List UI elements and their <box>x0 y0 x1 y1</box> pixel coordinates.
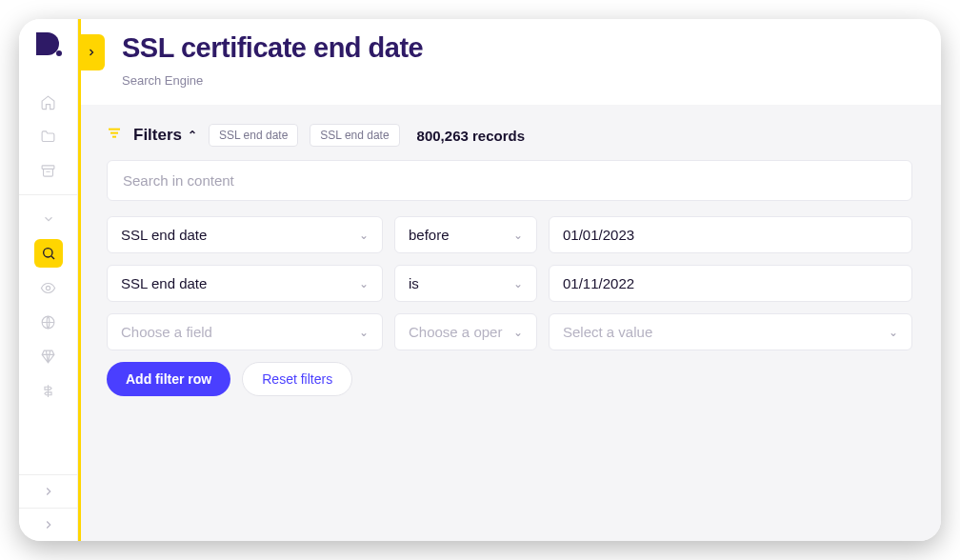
chevron-up-icon: ⌃ <box>188 129 197 142</box>
filter-row: SSL end date ⌄ is ⌄ 01/11/2022 <box>107 265 912 302</box>
filters-header: Filters ⌃ SSL end date SSL end date 800,… <box>107 124 912 147</box>
filter-row: Choose a field ⌄ Choose a oper ⌄ Select … <box>107 313 912 350</box>
signpost-icon[interactable] <box>34 376 63 405</box>
chevron-down-icon: ⌄ <box>513 277 523 290</box>
search-input[interactable]: Search in content <box>107 160 912 201</box>
operator-select[interactable]: Choose a oper ⌄ <box>394 313 537 350</box>
breadcrumb: Search Engine <box>122 73 423 88</box>
page-header: SSL certificate end date Search Engine <box>78 19 941 105</box>
filters-panel: Filters ⌃ SSL end date SSL end date 800,… <box>78 105 941 541</box>
svg-rect-1 <box>42 165 54 169</box>
chevron-down-icon: ⌄ <box>889 326 898 339</box>
svg-point-0 <box>56 50 62 56</box>
filters-toggle[interactable]: Filters ⌃ <box>133 126 197 145</box>
operator-select[interactable]: is ⌄ <box>394 265 537 302</box>
chevron-down-icon: ⌄ <box>359 277 369 290</box>
accent-strip <box>78 19 81 541</box>
globe-icon[interactable] <box>34 308 63 336</box>
chevron-down-icon: ⌄ <box>513 229 523 242</box>
collapse-section-1[interactable] <box>19 474 78 508</box>
value-input[interactable]: Select a value ⌄ <box>549 313 912 350</box>
filters-label: Filters <box>133 126 182 145</box>
svg-rect-6 <box>109 129 120 130</box>
app-logo[interactable] <box>32 29 65 61</box>
chevron-down-icon[interactable] <box>34 205 63 233</box>
svg-point-4 <box>46 286 50 290</box>
toggle-sidebar-button[interactable] <box>78 34 105 70</box>
search-icon[interactable] <box>34 239 63 268</box>
operator-select[interactable]: before ⌄ <box>394 216 537 253</box>
divider <box>19 194 78 195</box>
diamond-icon[interactable] <box>34 342 63 370</box>
field-select[interactable]: SSL end date ⌄ <box>107 265 383 302</box>
chevron-down-icon: ⌄ <box>359 229 369 242</box>
reset-filters-button[interactable]: Reset filters <box>242 362 352 396</box>
add-filter-button[interactable]: Add filter row <box>107 362 230 396</box>
svg-rect-7 <box>110 132 118 134</box>
filter-row: SSL end date ⌄ before ⌄ 01/01/2023 <box>107 216 912 253</box>
field-select[interactable]: SSL end date ⌄ <box>107 216 383 253</box>
value-input[interactable]: 01/01/2023 <box>549 216 912 253</box>
filter-chip[interactable]: SSL end date <box>310 124 399 147</box>
chevron-down-icon: ⌄ <box>513 326 523 339</box>
folder-icon[interactable] <box>34 122 63 150</box>
app-frame: SSL certificate end date Search Engine F… <box>19 19 941 541</box>
svg-line-3 <box>51 256 54 259</box>
filter-chip[interactable]: SSL end date <box>209 124 298 147</box>
filter-icon <box>107 126 122 145</box>
record-count: 800,263 records <box>417 128 525 144</box>
search-placeholder: Search in content <box>123 172 234 189</box>
sidebar <box>19 19 78 541</box>
main-content: SSL certificate end date Search Engine F… <box>78 19 941 541</box>
page-title: SSL certificate end date <box>122 32 423 64</box>
svg-rect-8 <box>112 136 116 138</box>
filter-actions: Add filter row Reset filters <box>107 362 912 396</box>
archive-icon[interactable] <box>34 156 63 185</box>
value-input[interactable]: 01/11/2022 <box>549 265 912 302</box>
field-select[interactable]: Choose a field ⌄ <box>107 313 383 350</box>
collapse-section-2[interactable] <box>19 508 78 541</box>
eye-icon[interactable] <box>34 273 63 302</box>
chevron-down-icon: ⌄ <box>359 326 369 339</box>
svg-point-2 <box>43 249 51 257</box>
home-icon[interactable] <box>34 88 63 116</box>
